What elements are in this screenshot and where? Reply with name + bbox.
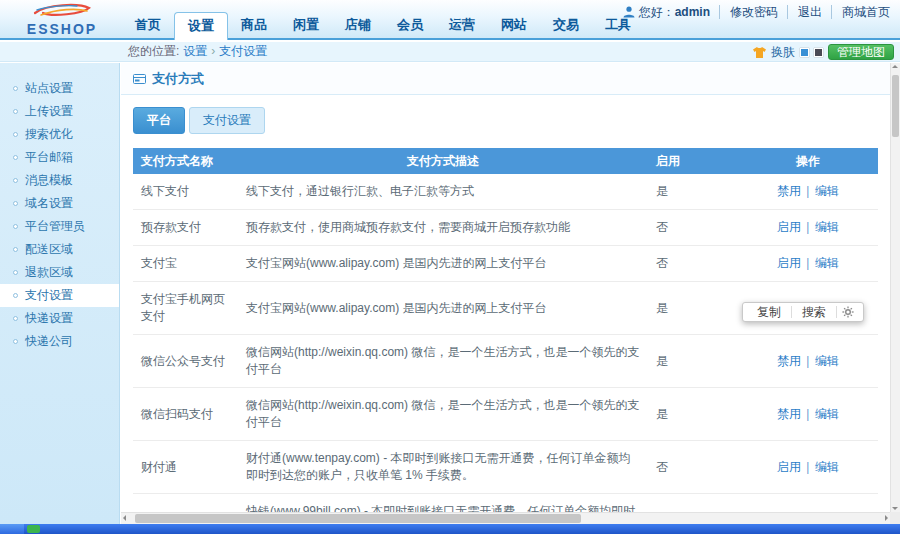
user-link[interactable]: 退出 xyxy=(787,5,822,19)
sidebar-item[interactable]: 快递设置 xyxy=(0,307,119,330)
action-link[interactable]: 启用 xyxy=(777,256,801,270)
taskbar-start-area[interactable] xyxy=(0,524,24,534)
payment-name-cell: 财付通 xyxy=(133,441,238,494)
table-row: 微信公众号支付微信网站(http://weixin.qq.com) 微信，是一个… xyxy=(133,335,878,388)
enabled-cell: 否 xyxy=(648,210,738,246)
skin-swatch-dark[interactable] xyxy=(814,48,823,57)
bullet-icon xyxy=(13,316,18,321)
nav-item[interactable]: 工具 xyxy=(592,12,644,38)
bullet-icon xyxy=(13,201,18,206)
os-taskbar xyxy=(0,524,900,534)
action-link[interactable]: 编辑 xyxy=(815,354,839,368)
actions-cell: 启用｜编辑 xyxy=(738,441,878,494)
scroll-up-arrow[interactable] xyxy=(891,63,900,73)
nav-item[interactable]: 商品 xyxy=(228,12,280,38)
action-link[interactable]: 禁用 xyxy=(777,354,801,368)
action-link[interactable]: 编辑 xyxy=(815,407,839,421)
user-link[interactable]: 修改密码 xyxy=(719,5,778,19)
scroll-left-arrow[interactable] xyxy=(121,513,133,524)
gear-icon[interactable] xyxy=(837,306,859,318)
nav-item[interactable]: 运营 xyxy=(436,12,488,38)
bullet-icon xyxy=(13,86,18,91)
section-header: 支付方式 xyxy=(121,63,890,95)
action-link[interactable]: 禁用 xyxy=(777,184,801,198)
breadcrumb-bar: 您的位置:设置›支付设置 换肤 管理地图 xyxy=(0,42,900,62)
vertical-scrollbar[interactable] xyxy=(890,63,900,512)
taskbar-app-indicator[interactable] xyxy=(27,525,40,533)
action-link[interactable]: 启用 xyxy=(777,220,801,234)
sidebar-item[interactable]: 快递公司 xyxy=(0,330,119,353)
context-menu-items: 复制搜索 xyxy=(747,304,836,321)
sidebar-item[interactable]: 退款区域 xyxy=(0,261,119,284)
nav-item[interactable]: 交易 xyxy=(540,12,592,38)
action-link[interactable]: 禁用 xyxy=(777,407,801,421)
logo[interactable]: ESSHOP xyxy=(6,1,118,39)
column-header: 支付方式名称 xyxy=(133,148,238,174)
payment-desc-cell: 财付通(www.tenpay.com) - 本即时到账接口无需开通费，任何订单金… xyxy=(238,441,648,494)
context-menu-item[interactable]: 搜索 xyxy=(792,304,836,321)
manage-map-button[interactable]: 管理地图 xyxy=(828,44,894,60)
user-link[interactable]: 商城首页 xyxy=(831,5,890,19)
scroll-down-arrow[interactable] xyxy=(891,502,900,512)
breadcrumb-item[interactable]: 设置 xyxy=(183,44,207,58)
table-row: 线下支付线下支付，通过银行汇款、电子汇款等方式是禁用｜编辑 xyxy=(133,174,878,210)
nav-item[interactable]: 闲置 xyxy=(280,12,332,38)
bullet-icon xyxy=(13,224,18,229)
bullet-icon xyxy=(13,293,18,298)
horizontal-scrollbar[interactable] xyxy=(121,512,890,524)
payment-desc-cell: 线下支付，通过银行汇款、电子汇款等方式 xyxy=(238,174,648,210)
payment-name-cell: 支付宝 xyxy=(133,246,238,282)
horizontal-scroll-thumb[interactable] xyxy=(135,514,581,523)
enabled-cell: 否 xyxy=(648,441,738,494)
sidebar-item-label: 站点设置 xyxy=(25,80,73,97)
sidebar-item[interactable]: 搜索优化 xyxy=(0,123,119,146)
sidebar-item[interactable]: 支付设置 xyxy=(0,284,119,307)
enabled-cell: 是 xyxy=(648,174,738,210)
sidebar-item[interactable]: 上传设置 xyxy=(0,100,119,123)
sidebar-item-label: 搜索优化 xyxy=(25,126,73,143)
action-link[interactable]: 编辑 xyxy=(815,256,839,270)
sidebar-item[interactable]: 站点设置 xyxy=(0,77,119,100)
sidebar-item[interactable]: 配送区域 xyxy=(0,238,119,261)
sidebar: 站点设置上传设置搜索优化平台邮箱消息模板域名设置平台管理员配送区域退款区域支付设… xyxy=(0,63,120,524)
breadcrumb-item[interactable]: 支付设置 xyxy=(219,44,267,58)
action-link[interactable]: 启用 xyxy=(777,460,801,474)
sidebar-item[interactable]: 平台管理员 xyxy=(0,215,119,238)
context-menu-item[interactable]: 复制 xyxy=(747,304,791,321)
breadcrumb-label: 您的位置: xyxy=(128,44,179,58)
skin-shirt-icon[interactable] xyxy=(753,47,766,58)
sidebar-item-label: 上传设置 xyxy=(25,103,73,120)
change-skin-label[interactable]: 换肤 xyxy=(771,43,795,62)
nav-item[interactable]: 店铺 xyxy=(332,12,384,38)
sidebar-item-label: 支付设置 xyxy=(25,287,73,304)
nav-item[interactable]: 会员 xyxy=(384,12,436,38)
nav-item[interactable]: 网站 xyxy=(488,12,540,38)
actions-cell: 禁用｜编辑 xyxy=(738,388,878,441)
action-link[interactable]: 编辑 xyxy=(815,220,839,234)
column-header: 操作 xyxy=(738,148,878,174)
sidebar-item-label: 快递设置 xyxy=(25,310,73,327)
sidebar-item[interactable]: 平台邮箱 xyxy=(0,146,119,169)
action-link[interactable]: 编辑 xyxy=(815,184,839,198)
bullet-icon xyxy=(13,155,18,160)
breadcrumb-separator: › xyxy=(211,44,215,58)
bullet-icon xyxy=(13,270,18,275)
action-separator: ｜ xyxy=(802,256,814,270)
section-title: 支付方式 xyxy=(152,70,204,88)
sidebar-item[interactable]: 域名设置 xyxy=(0,192,119,215)
payment-desc-cell: 支付宝网站(www.alipay.com) 是国内先进的网上支付平台 xyxy=(238,246,648,282)
payment-desc-cell: 预存款支付，使用商城预存款支付，需要商城开启预存款功能 xyxy=(238,210,648,246)
sidebar-item[interactable]: 消息模板 xyxy=(0,169,119,192)
payment-name-cell: 微信公众号支付 xyxy=(133,335,238,388)
skin-swatch-blue[interactable] xyxy=(800,48,809,57)
vertical-scroll-thumb[interactable] xyxy=(892,75,899,137)
scroll-right-arrow[interactable] xyxy=(878,513,890,524)
action-separator: ｜ xyxy=(802,407,814,421)
action-link[interactable]: 编辑 xyxy=(815,460,839,474)
nav-item[interactable]: 首页 xyxy=(122,12,174,38)
tab[interactable]: 平台 xyxy=(133,107,185,134)
payment-table: 支付方式名称支付方式描述启用操作 线下支付线下支付，通过银行汇款、电子汇款等方式… xyxy=(133,148,878,512)
app-window: ESSHOP 您好：admin修改密码退出商城首页 首页设置商品闲置店铺会员运营… xyxy=(0,0,900,534)
nav-item[interactable]: 设置 xyxy=(174,12,228,40)
tab[interactable]: 支付设置 xyxy=(189,107,265,134)
